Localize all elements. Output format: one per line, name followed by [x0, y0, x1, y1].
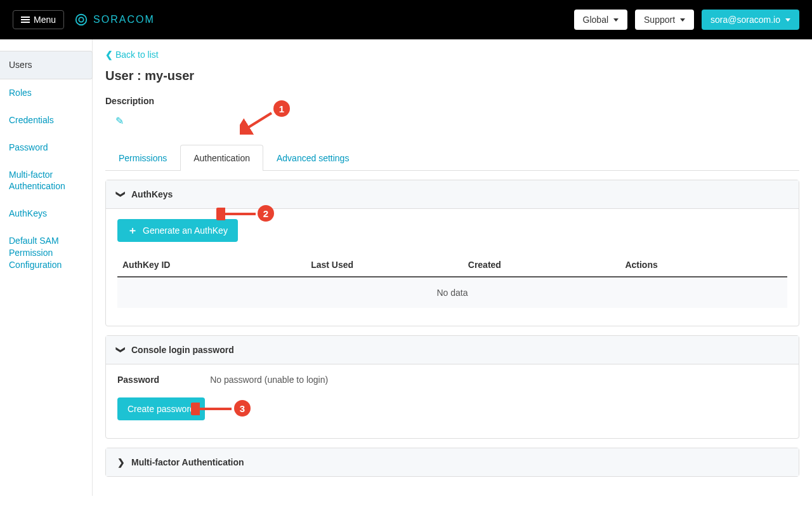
table-header-row: AuthKey ID Last Used Created Actions — [117, 253, 787, 277]
edit-description-icon[interactable]: ✎ — [115, 116, 124, 126]
sidebar-item-authkeys[interactable]: AuthKeys — [0, 200, 92, 227]
annotation-badge-3: 3 — [234, 400, 251, 417]
sidebar-item-label: Default SAM Permission Configuration — [9, 236, 62, 270]
annotation-badge-2: 2 — [258, 205, 274, 222]
no-data-row: No data — [117, 277, 787, 308]
tab-label: Permissions — [119, 153, 167, 163]
sidebar-item-users[interactable]: Users — [0, 51, 93, 79]
caret-down-icon — [680, 18, 685, 22]
soracom-icon — [74, 13, 88, 27]
sidebar: Users Roles Credentials Password Multi-f… — [0, 39, 93, 496]
console-password-panel: ❯ Console login password Password No pas… — [105, 335, 799, 439]
tab-permissions[interactable]: Permissions — [105, 145, 180, 171]
main-content: 1 2 3 ❮ Back to list User : my-user Desc… — [93, 39, 812, 496]
button-label: Create password — [128, 404, 195, 414]
back-link-text: Back to list — [115, 50, 159, 60]
global-dropdown[interactable]: Global — [574, 10, 627, 30]
support-dropdown[interactable]: Support — [635, 10, 694, 30]
brand-text: SORACOM — [93, 14, 155, 25]
page-title: User : my-user — [105, 69, 799, 83]
menu-button[interactable]: Menu — [13, 10, 64, 29]
authkeys-panel: ❯ AuthKeys ＋ Generate an AuthKey AuthKey… — [105, 180, 799, 326]
sidebar-item-label: Roles — [9, 88, 32, 98]
password-label: Password — [117, 375, 159, 385]
tab-label: Authentication — [193, 153, 250, 163]
caret-down-icon — [785, 18, 790, 22]
annotation-badge-1: 1 — [273, 100, 290, 117]
generate-authkey-button[interactable]: ＋ Generate an AuthKey — [117, 219, 238, 242]
sidebar-item-label: Multi-factor Authentication — [9, 170, 65, 192]
annotation-arrow-2 — [216, 208, 261, 220]
account-email: sora@soracom.io — [710, 15, 780, 25]
caret-down-icon — [613, 18, 619, 22]
password-row: Password No password (unable to login) — [117, 375, 787, 385]
col-created: Created — [468, 260, 625, 270]
annotation-arrow-3 — [191, 403, 237, 415]
sidebar-item-label: Password — [9, 142, 48, 152]
hamburger-icon — [21, 15, 30, 24]
button-label: Generate an AuthKey — [143, 225, 228, 236]
col-authkey-id: AuthKey ID — [122, 260, 311, 270]
sidebar-item-label: Credentials — [9, 115, 54, 125]
layout: Users Roles Credentials Password Multi-f… — [0, 39, 812, 496]
sidebar-item-label: AuthKeys — [9, 208, 47, 218]
header-right: Global Support sora@soracom.io — [574, 10, 799, 30]
annotation-arrow-1 — [240, 109, 275, 135]
tabs: Permissions Authentication Advanced sett… — [105, 145, 799, 171]
col-last-used: Last Used — [311, 260, 468, 270]
support-label: Support — [644, 15, 675, 25]
authkeys-panel-body: ＋ Generate an AuthKey AuthKey ID Last Us… — [106, 209, 799, 326]
svg-point-1 — [79, 17, 83, 22]
password-value: No password (unable to login) — [210, 375, 328, 385]
global-label: Global — [583, 15, 608, 25]
brand-logo[interactable]: SORACOM — [74, 13, 155, 27]
svg-line-2 — [245, 113, 272, 130]
svg-point-0 — [76, 15, 87, 25]
account-dropdown[interactable]: sora@soracom.io — [702, 10, 799, 30]
sidebar-item-password[interactable]: Password — [0, 134, 92, 161]
mfa-panel: ❯ Multi-factor Authentication — [105, 448, 799, 477]
chevron-down-icon: ❯ — [116, 190, 126, 198]
panel-title: Console login password — [131, 345, 234, 355]
chevron-down-icon: ❯ — [116, 346, 126, 354]
top-header: Menu SORACOM Global Support sora@soracom… — [0, 0, 812, 39]
plus-icon: ＋ — [128, 225, 138, 236]
chevron-left-icon: ❮ — [105, 50, 113, 60]
sidebar-item-default-sam[interactable]: Default SAM Permission Configuration — [0, 227, 92, 279]
tab-authentication[interactable]: Authentication — [180, 145, 263, 171]
mfa-panel-header[interactable]: ❯ Multi-factor Authentication — [106, 448, 799, 476]
authkeys-panel-header[interactable]: ❯ AuthKeys — [106, 180, 799, 209]
header-left: Menu SORACOM — [13, 10, 155, 29]
tab-label: Advanced settings — [277, 153, 349, 163]
col-actions: Actions — [625, 260, 782, 270]
menu-label: Menu — [34, 15, 56, 25]
sidebar-item-mfa[interactable]: Multi-factor Authentication — [0, 161, 92, 201]
sidebar-item-credentials[interactable]: Credentials — [0, 107, 92, 134]
console-password-panel-body: Password No password (unable to login) C… — [106, 364, 799, 438]
console-password-panel-header[interactable]: ❯ Console login password — [106, 336, 799, 364]
panel-title: Multi-factor Authentication — [131, 457, 244, 467]
sidebar-item-roles[interactable]: Roles — [0, 79, 92, 107]
panel-title: AuthKeys — [131, 189, 173, 199]
chevron-right-icon: ❯ — [117, 457, 125, 467]
sidebar-item-label: Users — [9, 60, 32, 70]
tab-advanced[interactable]: Advanced settings — [263, 145, 362, 171]
back-to-list-link[interactable]: ❮ Back to list — [105, 50, 799, 69]
description-label: Description — [105, 96, 799, 106]
authkeys-table: AuthKey ID Last Used Created Actions No … — [117, 253, 787, 308]
